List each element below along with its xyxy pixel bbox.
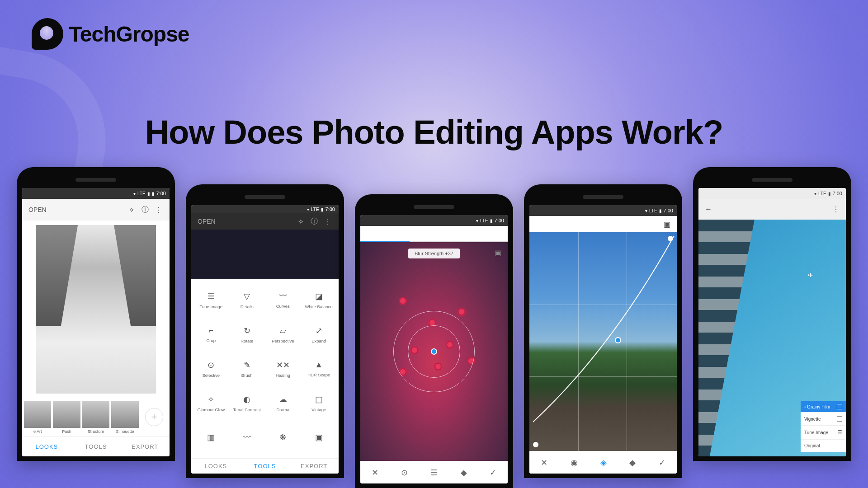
- variant-icon[interactable]: ◆: [629, 458, 636, 468]
- tool-healing[interactable]: ✕✕Healing: [265, 352, 301, 386]
- filter-thumb[interactable]: Structure: [82, 401, 109, 434]
- info-icon[interactable]: ⓘ: [141, 205, 150, 214]
- tool-label: Perspective: [272, 338, 294, 343]
- focus-rings[interactable]: [393, 311, 475, 392]
- tool-label: HDR Scape: [307, 372, 330, 377]
- tool-extra[interactable]: ❋: [265, 420, 301, 455]
- segment[interactable]: [458, 226, 508, 242]
- compare-icon[interactable]: ▣: [662, 220, 671, 229]
- phone-blur: ▾ LTE ▮ 7:00 ▣ Blur Strength +37: [355, 194, 513, 488]
- tool-perspective[interactable]: ▱Perspective: [265, 317, 301, 352]
- tool-tonal-contrast[interactable]: ◐Tonal Contrast: [229, 386, 265, 420]
- back-icon[interactable]: ←: [704, 205, 713, 214]
- bottom-tabs: LOOKS TOOLS EXPORT: [22, 436, 170, 456]
- tool-curves[interactable]: 〰Curves: [265, 283, 301, 317]
- more-icon[interactable]: ⋮: [831, 205, 840, 214]
- tab-export[interactable]: EXPORT: [120, 437, 170, 456]
- eye-icon[interactable]: ◈: [600, 458, 607, 468]
- tool-selective[interactable]: ⊙Selective: [193, 352, 229, 386]
- channel-icon[interactable]: ◉: [571, 458, 578, 468]
- screen: ▾ LTE ▮ 7:00 ▣ Blur Strength +37: [360, 215, 508, 483]
- tab-looks[interactable]: LOOKS: [191, 459, 241, 474]
- tool-icon: ☰: [208, 291, 215, 301]
- open-button[interactable]: OPEN: [28, 206, 47, 213]
- filter-header-label: Grainy Film: [807, 404, 830, 409]
- layers-icon[interactable]: ⟡: [296, 217, 305, 226]
- tool-rotate[interactable]: ↻Rotate: [229, 317, 265, 352]
- more-icon[interactable]: ⋮: [154, 205, 163, 214]
- tool-glamour-glow[interactable]: ✧Glamour Glow: [193, 386, 229, 420]
- phone-curves: ▾ LTE ▮ 7:00 ▣ ✕ ◉ ◈: [524, 184, 682, 478]
- filter-label: Silhouette: [111, 429, 138, 434]
- signal-label: LTE: [311, 207, 319, 212]
- filter-thumb[interactable]: e Art: [24, 401, 51, 434]
- filter-thumb[interactable]: Silhouette: [111, 401, 138, 434]
- filter-thumb[interactable]: Push: [53, 401, 80, 434]
- tab-tools[interactable]: TOOLS: [71, 437, 121, 456]
- filter-item-label: Vignette: [804, 417, 821, 422]
- status-bar: ▾ LTE ▮ 7:00: [698, 188, 846, 199]
- tool-brush[interactable]: ✎Brush: [229, 352, 265, 386]
- brand-logo-mark: [32, 18, 63, 50]
- action-row: ✕ ◉ ◈ ◆ ✓: [529, 451, 677, 474]
- tool-icon: ❋: [279, 432, 286, 442]
- wifi-icon: ▾: [307, 207, 309, 212]
- tool-drama[interactable]: ☁Drama: [265, 386, 301, 420]
- variant-icon[interactable]: ◆: [461, 468, 467, 478]
- filter-label: e Art: [24, 429, 51, 434]
- filter-item[interactable]: Vignette: [801, 412, 846, 425]
- photo-flowers[interactable]: ▣ Blur Strength +37: [360, 242, 508, 461]
- cancel-icon[interactable]: ✕: [372, 468, 378, 478]
- plane-icon: ✈: [808, 272, 813, 279]
- photo-sky-building[interactable]: ✈ ‹ Grainy Film Vignette Tune Image☰ Ori…: [698, 220, 846, 456]
- photo-preview[interactable]: [22, 221, 170, 398]
- signal-label: LTE: [818, 191, 826, 196]
- filter-add[interactable]: +: [141, 401, 168, 434]
- tool-icon: ⊙: [208, 360, 214, 370]
- confirm-icon[interactable]: ✓: [490, 468, 496, 478]
- status-time: 7:00: [326, 206, 335, 212]
- confirm-icon[interactable]: ✓: [659, 458, 665, 468]
- tool-extra[interactable]: 〰: [229, 420, 265, 455]
- tool-extra[interactable]: ▥: [193, 420, 229, 455]
- tool-expand[interactable]: ⤢Expand: [301, 317, 337, 352]
- info-icon[interactable]: ⓘ: [310, 217, 319, 226]
- filter-item[interactable]: Tune Image☰: [801, 425, 846, 439]
- filter-stack-header[interactable]: ‹ Grainy Film: [801, 401, 846, 412]
- segment[interactable]: [410, 226, 459, 242]
- cancel-icon[interactable]: ✕: [541, 458, 547, 468]
- compare-icon[interactable]: ▣: [495, 249, 501, 257]
- tool-details[interactable]: ▽Details: [229, 283, 265, 317]
- tool-extra[interactable]: ▣: [301, 420, 337, 455]
- tab-export[interactable]: EXPORT: [289, 459, 339, 474]
- phone-speaker: [414, 205, 454, 209]
- layers-icon[interactable]: ⟡: [127, 205, 136, 214]
- status-bar: ▾ LTE ▮ ▮ 7:00: [22, 188, 170, 199]
- tool-icon: ⌐: [208, 326, 213, 335]
- adjust-icon[interactable]: ☰: [430, 468, 438, 478]
- focus-center-dot[interactable]: [431, 348, 437, 355]
- segment-active[interactable]: [360, 226, 410, 242]
- filter-mask-icon[interactable]: [837, 404, 842, 409]
- tool-hdr-scape[interactable]: ▲HDR Scape: [301, 352, 337, 386]
- tool-white-balance[interactable]: ◪White Balance: [301, 283, 337, 317]
- photo-landscape[interactable]: [529, 232, 677, 451]
- tool-label: Tonal Contrast: [233, 407, 261, 412]
- mode-icon[interactable]: ⊙: [401, 468, 408, 478]
- open-button[interactable]: OPEN: [198, 218, 216, 225]
- battery-icon: ▮: [321, 207, 324, 212]
- dimmed-photo: [191, 230, 339, 279]
- tool-label: Tune Image: [200, 304, 222, 309]
- tab-looks[interactable]: LOOKS: [22, 437, 71, 456]
- status-bar: ▾ LTE ▮ 7:00: [360, 215, 508, 226]
- curve-handle-shadow[interactable]: [533, 442, 538, 447]
- more-icon[interactable]: ⋮: [323, 217, 332, 226]
- tab-tools[interactable]: TOOLS: [241, 459, 290, 474]
- tool-vintage[interactable]: ◫Vintage: [301, 386, 337, 420]
- filter-item[interactable]: Original: [801, 439, 846, 452]
- curve-handle-highlight[interactable]: [668, 236, 673, 241]
- tool-crop[interactable]: ⌐Crop: [193, 317, 229, 352]
- tool-tune-image[interactable]: ☰Tune Image: [193, 283, 229, 317]
- building-facade: [698, 220, 755, 456]
- filter-item-label: Tune Image: [804, 430, 828, 435]
